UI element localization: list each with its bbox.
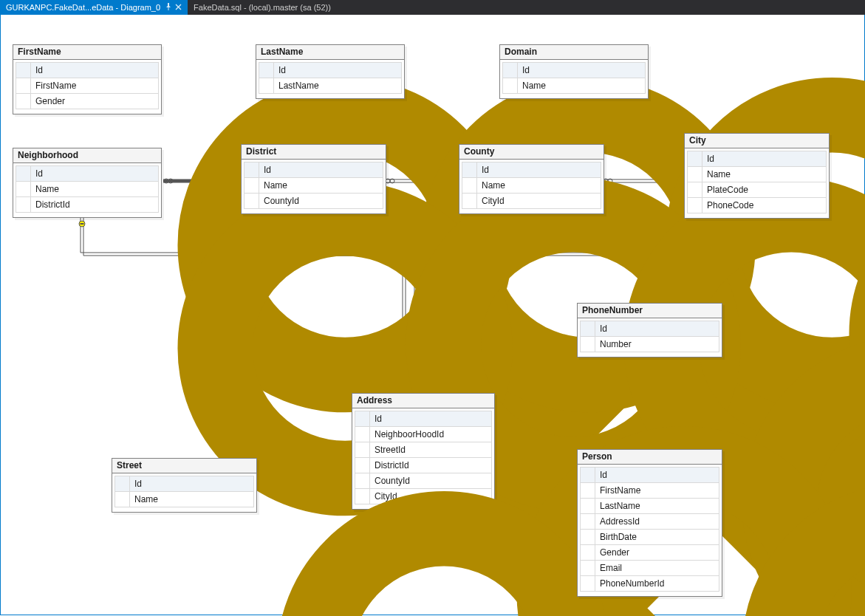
column-row[interactable]: StreetId [355, 442, 492, 458]
column-row[interactable]: Name [462, 178, 601, 194]
column-row[interactable]: PhoneNumberId [580, 576, 719, 592]
column-row[interactable]: CountyId [355, 473, 492, 489]
rel-address-county [425, 216, 527, 393]
column-row[interactable]: Id [462, 162, 601, 178]
column-name: PlateCode [707, 185, 748, 195]
column-name: PhoneCode [707, 200, 753, 211]
column-row[interactable]: Number [580, 337, 719, 352]
tab-diagram[interactable]: GURKANPC.FakeDat...eData - Diagram_0 [0, 0, 188, 15]
column-name: Name [134, 494, 158, 504]
column-name: Gender [35, 96, 65, 106]
column-row[interactable]: Id [16, 62, 159, 78]
pin-icon[interactable] [165, 3, 172, 12]
column-row[interactable]: BirthDate [580, 530, 719, 545]
entity-title: LastName [256, 45, 404, 60]
entity-title: PhoneNumber [578, 304, 722, 318]
entity-lastname[interactable]: LastName Id LastName [256, 44, 405, 99]
column-row[interactable]: Name [114, 492, 254, 507]
entity-person[interactable]: Person Id FirstName LastName AddressId B… [577, 449, 722, 597]
column-row[interactable]: Gender [580, 545, 719, 561]
column-row[interactable]: PhoneCode [687, 198, 827, 213]
column-name: NeighboorHoodId [375, 429, 444, 439]
entity-title: Neighborhood [13, 148, 161, 163]
entity-street[interactable]: Street Id Name [112, 458, 257, 513]
column-row[interactable]: Email [580, 561, 719, 576]
diagram-canvas[interactable]: FirstName Id FirstName Gender LastName I… [0, 15, 865, 615]
column-row[interactable]: LastName [259, 78, 402, 94]
column-name: AddressId [600, 516, 640, 527]
column-row[interactable]: FirstName [580, 483, 719, 499]
entity-title: Address [352, 394, 494, 408]
column-row[interactable]: Name [687, 167, 827, 182]
column-name: Gender [600, 547, 629, 558]
column-row[interactable]: DistrictId [355, 458, 492, 473]
column-row[interactable]: Id [502, 62, 646, 78]
rel-person-phonenumber [646, 359, 652, 449]
column-name: Id [707, 154, 714, 164]
column-row[interactable]: FirstName [16, 78, 159, 94]
column-name: CityId [375, 491, 397, 502]
column-name: Name [707, 169, 731, 179]
entity-title: Person [578, 450, 722, 465]
column-row[interactable]: Id [259, 62, 402, 78]
rel-address-neighborhood [79, 218, 406, 393]
column-row[interactable]: DistrictId [16, 197, 159, 213]
column-name: Id [375, 414, 382, 424]
entity-title: City [685, 134, 829, 148]
column-row[interactable]: NeighboorHoodId [355, 427, 492, 442]
column-name: Id [482, 165, 489, 175]
column-name: Id [522, 65, 530, 75]
column-row[interactable]: Name [502, 78, 646, 94]
column-row[interactable]: Name [16, 182, 159, 197]
rel-address-district [304, 216, 418, 393]
column-name: Name [264, 180, 287, 191]
column-row[interactable]: Id [16, 165, 159, 182]
column-row[interactable]: PlateCode [687, 182, 827, 198]
column-name: Id [264, 165, 271, 175]
tab-sql[interactable]: FakeData.sql - (local).master (sa (52)) [188, 0, 337, 15]
column-name: Email [600, 563, 622, 573]
column-name: Id [600, 470, 607, 480]
rel-county-city [603, 178, 684, 184]
column-row[interactable]: Id [580, 467, 719, 483]
entity-domain[interactable]: Domain Id Name [499, 44, 649, 99]
column-name: LastName [278, 81, 319, 91]
column-row[interactable]: AddressId [580, 514, 719, 530]
column-name: PhoneNumberId [600, 578, 664, 589]
entity-neighborhood[interactable]: Neighborhood Id Name DistrictId [13, 148, 162, 218]
column-row[interactable]: CityId [355, 489, 492, 504]
column-row[interactable]: Id [244, 162, 383, 178]
column-row[interactable]: LastName [580, 499, 719, 514]
column-row[interactable]: Gender [16, 94, 159, 109]
entity-address[interactable]: Address Id NeighboorHoodId StreetId Dist… [352, 393, 495, 510]
column-row[interactable]: CountyId [244, 194, 383, 209]
column-row[interactable]: Id [687, 151, 827, 167]
column-row[interactable]: CityId [462, 194, 601, 209]
column-name: Id [35, 168, 43, 179]
tab-bar: GURKANPC.FakeDat...eData - Diagram_0 Fak… [0, 0, 865, 15]
column-row[interactable]: Id [114, 476, 254, 492]
rel-district-county [385, 178, 459, 184]
entity-title: Domain [500, 45, 648, 60]
entity-firstname[interactable]: FirstName Id FirstName Gender [13, 44, 162, 114]
entity-county[interactable]: County Id Name CityId [459, 144, 604, 214]
tab-diagram-label: GURKANPC.FakeDat...eData - Diagram_0 [6, 3, 160, 12]
column-name: Id [278, 65, 286, 75]
column-row[interactable]: Id [580, 321, 719, 337]
column-name: CountyId [264, 196, 299, 206]
close-icon[interactable] [175, 3, 182, 12]
column-name: DistrictId [35, 199, 70, 210]
column-row[interactable]: Name [244, 178, 383, 194]
column-name: CityId [482, 196, 505, 206]
column-name: CountyId [375, 476, 410, 486]
entity-title: District [242, 145, 386, 160]
column-name: FirstName [600, 485, 640, 496]
entity-district[interactable]: District Id Name CountyId [241, 144, 386, 214]
column-name: Name [35, 184, 59, 194]
column-name: LastName [600, 501, 640, 511]
column-name: Name [522, 81, 546, 91]
entity-city[interactable]: City Id Name PlateCode PhoneCode [684, 133, 830, 219]
column-name: Name [482, 180, 505, 191]
entity-phonenumber[interactable]: PhoneNumber Id Number [577, 303, 722, 357]
column-row[interactable]: Id [355, 411, 492, 427]
